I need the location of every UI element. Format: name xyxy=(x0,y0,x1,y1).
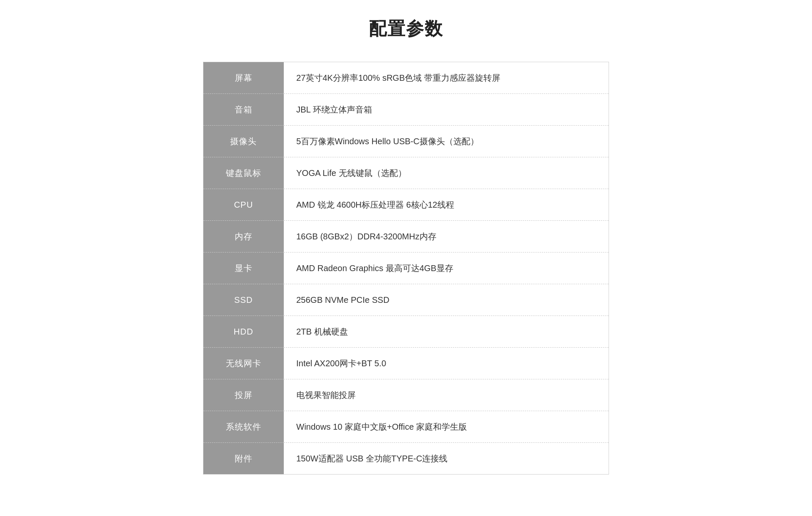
spec-label: 音箱 xyxy=(203,94,284,126)
spec-label: 显卡 xyxy=(203,253,284,284)
spec-value: JBL 环绕立体声音箱 xyxy=(284,94,609,126)
page-container: 配置参数 屏幕27英寸4K分辨率100% sRGB色域 带重力感应器旋转屏音箱J… xyxy=(203,17,609,475)
spec-value: 27英寸4K分辨率100% sRGB色域 带重力感应器旋转屏 xyxy=(284,62,609,94)
table-row: 附件150W适配器 USB 全功能TYPE-C连接线 xyxy=(203,443,609,475)
spec-label: 系统软件 xyxy=(203,411,284,443)
spec-label: CPU xyxy=(203,189,284,221)
spec-value: 5百万像素Windows Hello USB-C摄像头（选配） xyxy=(284,126,609,157)
table-row: 无线网卡Intel AX200网卡+BT 5.0 xyxy=(203,348,609,379)
spec-label: SSD xyxy=(203,284,284,316)
spec-label: 内存 xyxy=(203,221,284,253)
spec-value: 2TB 机械硬盘 xyxy=(284,316,609,348)
spec-label: 屏幕 xyxy=(203,62,284,94)
table-row: 内存16GB (8GBx2）DDR4-3200MHz内存 xyxy=(203,221,609,253)
spec-value: 150W适配器 USB 全功能TYPE-C连接线 xyxy=(284,443,609,475)
table-row: 系统软件Windows 10 家庭中文版+Office 家庭和学生版 xyxy=(203,411,609,443)
table-row: 音箱JBL 环绕立体声音箱 xyxy=(203,94,609,126)
spec-value: Intel AX200网卡+BT 5.0 xyxy=(284,348,609,379)
spec-label: 无线网卡 xyxy=(203,348,284,379)
spec-value: YOGA Life 无线键鼠（选配） xyxy=(284,157,609,189)
table-row: 显卡AMD Radeon Graphics 最高可达4GB显存 xyxy=(203,253,609,284)
spec-label: HDD xyxy=(203,316,284,348)
spec-value: AMD Radeon Graphics 最高可达4GB显存 xyxy=(284,253,609,284)
spec-label: 投屏 xyxy=(203,379,284,411)
spec-table: 屏幕27英寸4K分辨率100% sRGB色域 带重力感应器旋转屏音箱JBL 环绕… xyxy=(203,62,609,475)
spec-value: Windows 10 家庭中文版+Office 家庭和学生版 xyxy=(284,411,609,443)
spec-label: 附件 xyxy=(203,443,284,475)
table-row: HDD2TB 机械硬盘 xyxy=(203,316,609,348)
table-row: 摄像头5百万像素Windows Hello USB-C摄像头（选配） xyxy=(203,126,609,157)
table-row: 屏幕27英寸4K分辨率100% sRGB色域 带重力感应器旋转屏 xyxy=(203,62,609,94)
table-row: CPUAMD 锐龙 4600H标压处理器 6核心12线程 xyxy=(203,189,609,221)
page-title: 配置参数 xyxy=(203,17,609,41)
table-row: SSD256GB NVMe PCIe SSD xyxy=(203,284,609,316)
spec-label: 摄像头 xyxy=(203,126,284,157)
table-row: 键盘鼠标YOGA Life 无线键鼠（选配） xyxy=(203,157,609,189)
spec-label: 键盘鼠标 xyxy=(203,157,284,189)
spec-value: 256GB NVMe PCIe SSD xyxy=(284,284,609,316)
spec-value: 电视果智能投屏 xyxy=(284,379,609,411)
table-row: 投屏电视果智能投屏 xyxy=(203,379,609,411)
spec-value: 16GB (8GBx2）DDR4-3200MHz内存 xyxy=(284,221,609,253)
spec-value: AMD 锐龙 4600H标压处理器 6核心12线程 xyxy=(284,189,609,221)
